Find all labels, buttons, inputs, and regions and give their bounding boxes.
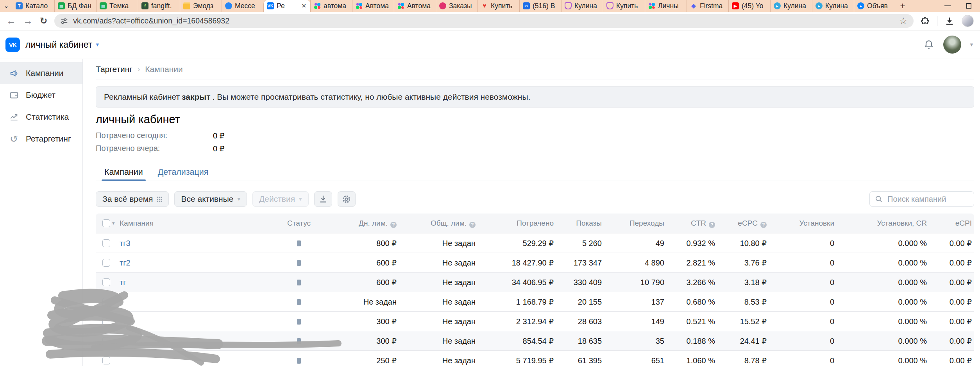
help-icon[interactable] (469, 222, 476, 228)
browser-tab[interactable]: Автома (394, 0, 436, 12)
profile-chevron-icon[interactable]: ▾ (970, 41, 973, 48)
chevron-down-icon[interactable]: ▾ (96, 41, 99, 48)
row-checkbox[interactable] (102, 239, 110, 247)
breadcrumb-campaigns: Кампании (145, 65, 182, 74)
campaign-name-link[interactable]: тг2 (120, 253, 131, 273)
vk-logo[interactable]: VK (5, 38, 20, 52)
browser-tab[interactable]: ▦ БД Фан (54, 0, 96, 12)
cell-clicks: 149 (651, 312, 664, 331)
sidebar-item-campaigns[interactable]: Кампании (0, 62, 82, 84)
help-icon[interactable] (709, 222, 715, 228)
row-checkbox[interactable] (102, 259, 110, 267)
help-icon[interactable] (760, 222, 767, 228)
campaign-name-link[interactable]: тг (120, 273, 126, 292)
cell-ctr: 0.521 % (687, 312, 715, 331)
avito-icon (314, 2, 321, 9)
site-info-icon[interactable] (60, 17, 68, 25)
minimize-window-icon[interactable] (944, 5, 951, 6)
back-button[interactable]: ← (6, 16, 16, 26)
cell-installs-cr: 0.000 % (898, 351, 927, 366)
status-stopped-icon (297, 319, 301, 325)
cell-installs-cr: 0.000 % (898, 312, 927, 331)
cell-ctr: 1.060 % (687, 351, 715, 366)
campaign-search[interactable] (869, 191, 974, 207)
cell-impressions: 173 347 (574, 253, 602, 273)
search-input[interactable] (887, 194, 969, 204)
tab-campaigns[interactable]: Кампании (104, 163, 143, 181)
cell-clicks: 35 (656, 331, 664, 351)
user-avatar[interactable] (943, 36, 961, 54)
row-checkbox[interactable] (102, 278, 110, 286)
sidebar-item-budget[interactable]: Бюджет (0, 84, 82, 106)
browser-tab[interactable]: ✉ (516) В (519, 0, 561, 12)
period-filter-button[interactable]: За всё время (96, 191, 169, 207)
select-all-checkbox[interactable] (102, 219, 110, 227)
browser-tab[interactable]: Купить (603, 0, 645, 12)
extensions-icon[interactable] (921, 16, 930, 26)
cell-spent: 34 406.95 ₽ (512, 273, 554, 292)
column-total-limit: Общ. лим. (431, 214, 476, 233)
browser-tab[interactable]: ▶ (45) Yo (728, 0, 770, 12)
maximize-window-icon[interactable] (966, 3, 971, 9)
browser-tab[interactable]: Кулина (561, 0, 603, 12)
sidebar-item-statistics[interactable]: Статистика (0, 106, 82, 128)
browser-profile-avatar[interactable] (962, 15, 974, 27)
tab-title: Темка (109, 2, 135, 10)
downloads-icon[interactable] (944, 16, 955, 26)
browser-tab[interactable]: ♥ Купить (477, 0, 519, 12)
close-tab-icon[interactable]: ✕ (300, 2, 307, 9)
cell-ecpc: 24.41 ₽ (740, 331, 767, 351)
browser-tab[interactable]: Заказы (436, 0, 477, 12)
cabinet-switcher[interactable]: личный кабинет (25, 39, 92, 50)
browser-tab[interactable]: ▸ Объяв (854, 0, 896, 12)
browser-tab[interactable]: Эмодз (180, 0, 222, 12)
url-text[interactable]: vk.com/ads?act=office&union_id=160458693… (73, 16, 229, 25)
browser-tab[interactable]: T Катало (13, 0, 54, 12)
browser-tab-strip: ⌄ T Катало ▦ БД Фан ▦ Темка (0, 0, 980, 12)
megaphone-icon (9, 68, 19, 79)
row-checkbox[interactable] (102, 298, 110, 306)
bookmark-star-icon[interactable]: ☆ (899, 16, 907, 26)
tab-list-chevron-icon[interactable]: ⌄ (0, 0, 13, 12)
tab-title: Кулина (825, 2, 851, 10)
help-icon[interactable] (390, 222, 397, 228)
browser-tab[interactable]: Личны (645, 0, 687, 12)
export-button[interactable] (314, 191, 332, 207)
column-ecpc: eCPC (738, 214, 767, 233)
row-checkbox[interactable] (102, 318, 110, 325)
cell-impressions: 20 155 (578, 292, 602, 312)
cell-ecpi: 0.00 ₽ (950, 351, 972, 366)
column-campaign[interactable]: Кампания (120, 214, 154, 233)
browser-tab[interactable]: VK Ре ✕ (263, 0, 310, 12)
browser-tab[interactable]: автома (310, 0, 352, 12)
tab-title: Катало (25, 2, 51, 10)
browser-tab[interactable]: ▸ Кулина (770, 0, 812, 12)
tab-title: Эмодз (193, 2, 218, 10)
avito-icon (356, 2, 363, 9)
sidebar-item-retargeting[interactable]: ↺ Ретаргетинг (0, 128, 82, 150)
row-checkbox[interactable] (102, 337, 110, 345)
status-filter-dropdown[interactable]: Все активные ▾ (174, 191, 247, 207)
browser-tab[interactable]: f fangift. (138, 0, 180, 12)
column-ctr: CTR (691, 214, 715, 233)
reload-button[interactable]: ↻ (40, 16, 47, 25)
cell-impressions: 330 409 (574, 273, 602, 292)
tilda-icon: T (16, 2, 23, 9)
notifications-bell-icon[interactable] (923, 39, 935, 50)
browser-tab[interactable]: Мессе (222, 0, 263, 12)
breadcrumb-targeting[interactable]: Таргетинг (96, 65, 132, 74)
browser-tab[interactable]: ▸ Кулина (812, 0, 854, 12)
row-checkbox[interactable] (102, 357, 110, 364)
chevron-down-icon: ▾ (299, 196, 302, 203)
new-tab-button[interactable]: + (896, 0, 910, 12)
browser-tab[interactable]: Автома (352, 0, 394, 12)
address-bar[interactable]: vk.com/ads?act=office&union_id=160458693… (54, 14, 914, 28)
tab-detailing[interactable]: Детализация (158, 163, 209, 181)
mail-icon: ✉ (523, 2, 530, 9)
table-settings-button[interactable] (338, 191, 356, 207)
browser-tab[interactable]: ◆ Firstma (687, 0, 728, 12)
cell-installs: 0 (830, 292, 834, 312)
campaign-name-link[interactable]: тг3 (120, 233, 131, 253)
forward-button[interactable]: → (23, 16, 33, 26)
browser-tab[interactable]: ▦ Темка (96, 0, 138, 12)
